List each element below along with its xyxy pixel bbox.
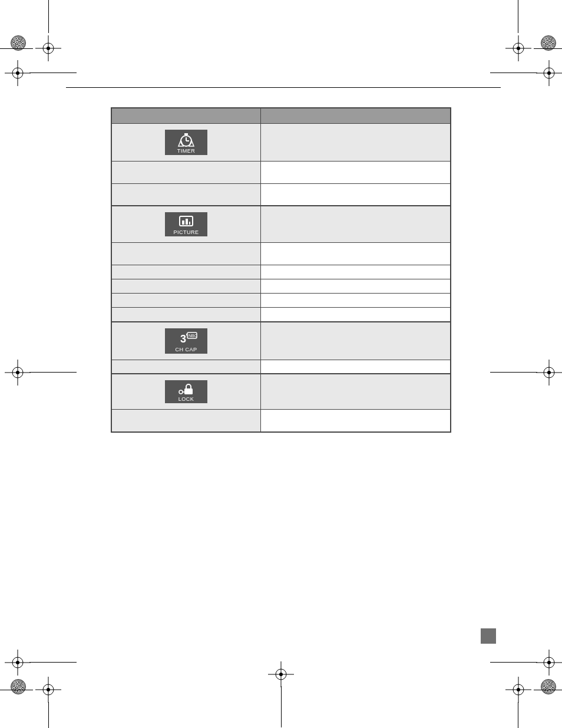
chcap-number: 3: [180, 333, 186, 345]
crop-mark-icon: [536, 60, 562, 86]
crop-line: [48, 702, 49, 728]
crop-mark-icon: [35, 35, 61, 61]
section-timer: TIMER: [111, 123, 451, 161]
crop-line: [518, 0, 518, 33]
section-picture: PICTURE: [111, 206, 451, 243]
svg-rect-11: [184, 388, 193, 394]
table-row: [111, 308, 451, 322]
picture-icon: PICTURE: [165, 212, 207, 236]
section-chcap: 3 NBC CH CAP: [111, 322, 451, 360]
crop-mark-ornament: [541, 679, 556, 694]
crop-line: [0, 48, 33, 49]
chcap-icon-label: CH CAP: [175, 347, 197, 353]
svg-rect-8: [186, 219, 188, 225]
table-row: [111, 294, 451, 308]
crop-line: [0, 690, 33, 690]
table-header-row: [111, 108, 451, 123]
table-row: [111, 161, 451, 183]
chcap-badge-text: NBC: [189, 334, 197, 338]
table-row: [111, 265, 451, 279]
svg-rect-3: [184, 133, 188, 135]
svg-rect-7: [182, 220, 184, 225]
timer-desc-cell: [260, 123, 451, 161]
crop-mark-icon: [35, 677, 61, 703]
chcap-icon-cell: 3 NBC CH CAP: [111, 322, 260, 360]
crop-mark-icon: [268, 661, 294, 687]
crop-line: [534, 690, 562, 690]
crop-line: [29, 372, 77, 373]
header-rule: [66, 87, 501, 88]
header-cell-left: [111, 108, 260, 123]
crop-mark-icon: [5, 360, 31, 386]
picture-icon-label: PICTURE: [173, 229, 199, 235]
crop-line: [29, 73, 77, 73]
crop-mark-icon: [505, 35, 531, 61]
table-row: [111, 243, 451, 265]
chcap-desc-cell: [260, 322, 451, 360]
crop-line: [48, 0, 49, 33]
timer-icon-cell: TIMER: [111, 123, 260, 161]
crop-mark-icon: [5, 650, 31, 676]
table-row: [111, 279, 451, 294]
crop-mark-icon: [536, 650, 562, 676]
crop-mark-icon: [5, 60, 31, 86]
timer-icon-label: TIMER: [177, 148, 196, 154]
section-lock: LOCK: [111, 374, 451, 410]
lock-icon-cell: LOCK: [111, 374, 260, 410]
lock-desc-cell: [260, 374, 451, 410]
picture-icon-cell: PICTURE: [111, 206, 260, 243]
lock-icon: LOCK: [165, 380, 207, 403]
crop-line: [490, 372, 537, 373]
header-cell-right: [260, 108, 451, 123]
crop-line: [490, 662, 537, 663]
lock-icon-label: LOCK: [178, 396, 194, 402]
crop-mark-icon: [536, 360, 562, 386]
svg-point-12: [179, 390, 183, 394]
picture-desc-cell: [260, 206, 451, 243]
menu-table: TIMER PICTURE: [111, 107, 451, 433]
crop-line: [490, 73, 537, 73]
svg-rect-9: [189, 222, 190, 225]
crop-line: [29, 662, 77, 663]
chcap-icon: 3 NBC CH CAP: [165, 328, 207, 354]
crop-line: [534, 48, 562, 49]
page-number-box: [481, 628, 496, 644]
table-row: [111, 183, 451, 206]
timer-icon: TIMER: [165, 130, 207, 155]
crop-mark-ornament: [11, 679, 26, 694]
table-row: [111, 360, 451, 374]
table-row: [111, 410, 451, 432]
crop-mark-icon: [505, 677, 531, 703]
crop-line: [281, 686, 282, 727]
crop-line: [518, 702, 518, 728]
